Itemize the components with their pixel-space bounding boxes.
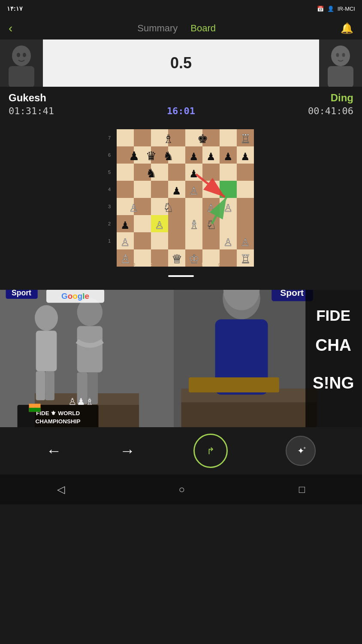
svg-rect-24	[117, 164, 134, 181]
tab-board[interactable]: Board	[190, 23, 216, 34]
svg-rect-69	[202, 249, 220, 267]
svg-rect-58	[151, 232, 168, 249]
svg-text:S!NG: S!NG	[313, 374, 354, 392]
svg-rect-29	[202, 164, 220, 181]
move-action-button[interactable]: ↱	[193, 434, 228, 468]
svg-rect-55	[237, 215, 254, 232]
chess-board-svg[interactable]: ♗ ♚ ♖ ♟ ♛ ♞ ♟ ♟ ♟ ♟	[117, 129, 254, 267]
score-bar: 0.5	[43, 39, 319, 87]
svg-text:Google: Google	[61, 292, 89, 301]
svg-point-7	[342, 53, 345, 57]
photo-composite: Google Sport SG FIDE ⚜ WORLD CHAMPIONSHI…	[0, 290, 362, 427]
svg-rect-44	[185, 198, 202, 215]
svg-text:♙: ♙	[206, 202, 216, 214]
next-button[interactable]: →	[120, 442, 135, 460]
svg-text:♗: ♗	[189, 218, 199, 231]
bottom-controls: ← → ↱ ✦ ✦	[0, 427, 362, 474]
svg-text:♟: ♟	[241, 151, 250, 162]
svg-text:♙: ♙	[120, 252, 131, 266]
svg-rect-8	[117, 129, 134, 146]
score-value: 0.5	[170, 54, 192, 72]
svg-text:FIDE: FIDE	[316, 307, 350, 324]
time-left: 01:31:41	[9, 106, 54, 116]
svg-text:♔: ♔	[189, 252, 199, 266]
player-right-photo	[319, 39, 362, 87]
svg-text:♙: ♙	[189, 185, 199, 197]
svg-rect-39	[237, 181, 254, 198]
svg-rect-9	[134, 129, 151, 146]
svg-rect-27	[168, 164, 185, 181]
back-button[interactable]: ‹	[9, 21, 12, 35]
svg-rect-113	[36, 331, 57, 371]
calendar-icon: 📅	[317, 6, 324, 12]
svg-text:♟: ♟	[189, 168, 199, 179]
svg-rect-51	[168, 215, 185, 232]
svg-rect-114	[36, 371, 45, 401]
rank-labels: 7 6 5 4 3 2 1	[108, 129, 117, 267]
svg-rect-5	[328, 66, 353, 87]
svg-text:♙: ♙	[121, 237, 130, 248]
analysis-button[interactable]: ✦ ✦	[286, 436, 316, 466]
svg-point-112	[35, 305, 58, 331]
svg-text:♟: ♟	[206, 151, 216, 162]
svg-text:♟: ♟	[172, 185, 181, 197]
player-left-photo	[0, 39, 43, 87]
svg-text:FIDE ⚜ WORLD: FIDE ⚜ WORLD	[36, 410, 80, 416]
move-action-icon: ↱	[203, 443, 218, 459]
board-container: 7 6 5 4 3 2 1	[108, 129, 254, 268]
bell-button[interactable]: 🔔	[341, 22, 353, 34]
chess-board-outer: ♗ ♚ ♖ ♟ ♛ ♞ ♟ ♟ ♟ ♟	[117, 129, 254, 268]
svg-text:♚: ♚	[197, 132, 208, 146]
svg-rect-30	[220, 164, 237, 181]
svg-text:SINGAPORE 2024: SINGAPORE 2024	[33, 426, 83, 427]
status-icons: 📅 👤 IR-MCI	[317, 6, 355, 12]
player-info: Gukesh Ding	[0, 87, 362, 106]
score-section: 0.5	[0, 39, 362, 87]
svg-rect-139	[189, 377, 279, 392]
svg-text:♟: ♟	[223, 151, 233, 162]
svg-text:♙: ♙	[129, 202, 139, 214]
svg-text:Sport: Sport	[12, 290, 31, 297]
svg-rect-65	[134, 249, 151, 267]
svg-text:♖: ♖	[240, 252, 251, 266]
svg-text:♛: ♛	[146, 149, 157, 163]
prev-button[interactable]: ←	[46, 442, 62, 460]
svg-rect-135	[181, 402, 317, 427]
header: ‹ Summary Board 🔔	[0, 17, 362, 39]
header-tabs: Summary Board	[137, 23, 216, 34]
android-back-button[interactable]: ◁	[57, 483, 65, 495]
svg-rect-57	[134, 232, 151, 249]
board-section: 7 6 5 4 3 2 1	[0, 125, 362, 286]
photo-left: Google Sport SG FIDE ⚜ WORLD CHAMPIONSHI…	[0, 290, 174, 427]
svg-rect-60	[185, 232, 202, 249]
svg-text:CHA: CHA	[315, 336, 351, 354]
svg-text:c: c	[150, 261, 152, 267]
svg-point-2	[17, 53, 20, 57]
svg-text:♙♟♗: ♙♟♗	[68, 396, 94, 407]
svg-point-4	[331, 46, 350, 66]
svg-text:♞: ♞	[163, 149, 174, 163]
svg-text:♟: ♟	[189, 151, 199, 162]
svg-text:✦: ✦	[303, 446, 306, 450]
svg-rect-31	[237, 164, 254, 181]
player-name-left: Gukesh	[9, 92, 46, 104]
svg-text:g: g	[218, 261, 221, 267]
android-nav: ◁ ○ □	[0, 474, 362, 504]
svg-text:Sport: Sport	[280, 290, 304, 298]
svg-text:♖: ♖	[240, 132, 251, 146]
svg-rect-59	[168, 232, 185, 249]
svg-text:b: b	[133, 261, 135, 267]
time-row: 01:31:41 16:01 00:41:06	[0, 106, 362, 125]
svg-rect-54	[220, 215, 237, 232]
svg-text:♗: ♗	[163, 132, 174, 146]
svg-text:♟: ♟	[129, 149, 139, 163]
android-recent-button[interactable]: □	[299, 483, 305, 495]
player-name-right: Ding	[331, 92, 353, 104]
svg-rect-1	[9, 66, 34, 87]
time-right: 00:41:06	[308, 106, 353, 116]
svg-text:↱: ↱	[207, 446, 214, 456]
android-home-button[interactable]: ○	[178, 483, 185, 495]
svg-text:♙: ♙	[223, 202, 233, 214]
svg-text:CHAMPIONSHIP: CHAMPIONSHIP	[36, 418, 81, 425]
tab-summary[interactable]: Summary	[137, 23, 178, 34]
